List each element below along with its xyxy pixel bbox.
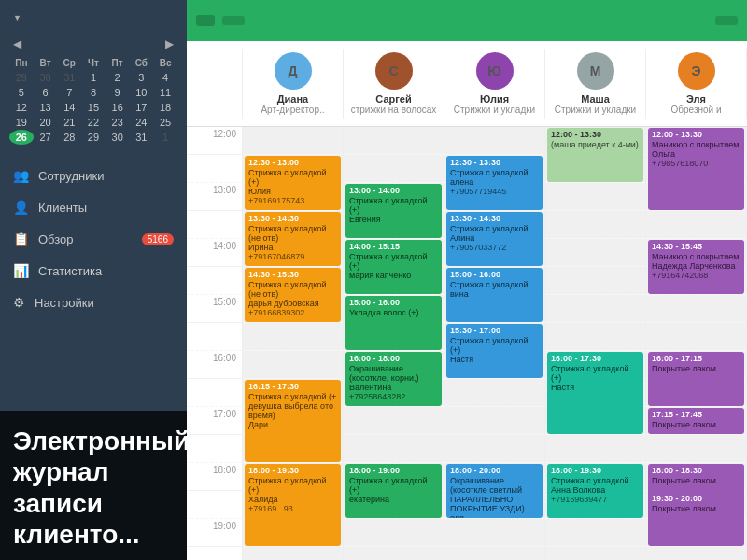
appt-phone: +79169639477 xyxy=(551,495,640,504)
cal-day[interactable]: 31 xyxy=(57,70,81,85)
appointment[interactable]: 13:00 - 14:00Стрижка с укладкой (+)Евген… xyxy=(345,184,442,238)
cal-day[interactable]: 17 xyxy=(130,100,154,115)
appt-service: Стрижка с укладкой (+) xyxy=(450,336,539,355)
time-slot xyxy=(187,435,242,463)
today-button[interactable] xyxy=(222,16,245,25)
overview-icon: 📋 xyxy=(13,231,29,246)
cal-day[interactable]: 5 xyxy=(9,85,34,100)
cal-next[interactable]: ▶ xyxy=(162,37,177,50)
appointment[interactable]: 17:15 - 17:45Покрытие лаком xyxy=(648,408,744,434)
cal-day[interactable]: 30 xyxy=(106,130,130,145)
cal-day[interactable]: 6 xyxy=(34,85,58,100)
appointment[interactable]: 16:00 - 17:30Стрижка с укладкой (+)Настя xyxy=(547,352,643,434)
cal-day[interactable]: 3 xyxy=(130,70,154,85)
appointment[interactable]: 12:30 - 13:30Стрижка с укладкой алена+79… xyxy=(446,156,543,210)
cal-day[interactable]: 8 xyxy=(81,85,106,100)
sidebar-item-staff[interactable]: 👥 Сотрудники xyxy=(0,160,187,191)
stats-icon: 📊 xyxy=(13,263,29,278)
appointment[interactable]: 18:00 - 19:30Стрижка с укладкой Анна Вол… xyxy=(547,464,643,518)
cal-day[interactable]: 19 xyxy=(9,115,34,130)
cal-day[interactable]: 9 xyxy=(106,85,130,100)
cal-day[interactable]: 21 xyxy=(57,115,81,130)
appointment[interactable]: 13:30 - 14:30Стрижка с укладкой (не отв)… xyxy=(245,212,341,266)
cal-day[interactable]: 29 xyxy=(9,70,34,85)
appointment[interactable]: 14:30 - 15:45Маникюр с покрытием Надежда… xyxy=(648,240,744,294)
calendar-body[interactable]: 12:0013:0014:0015:0016:0017:0018:0019:00… xyxy=(187,127,747,560)
cal-day[interactable]: 29 xyxy=(81,130,106,145)
time-slot: 18:00 xyxy=(187,463,242,491)
grid-slot xyxy=(646,323,746,351)
staff-name: Саргей xyxy=(345,93,442,105)
right-btn[interactable] xyxy=(715,16,738,25)
cal-day[interactable]: 23 xyxy=(106,115,130,130)
cal-day[interactable]: 24 xyxy=(130,115,154,130)
sidebar-item-stats[interactable]: 📊 Статистика xyxy=(0,255,187,287)
menu-button[interactable] xyxy=(196,15,215,26)
time-slot: 13:00 xyxy=(187,183,242,211)
appt-service: Покрытие лаком xyxy=(652,364,740,373)
appointment[interactable]: 14:00 - 15:15Стрижка с укладкой (+)мария… xyxy=(345,240,442,294)
appt-client: Юлия xyxy=(248,187,337,196)
cal-day[interactable]: 15 xyxy=(81,100,106,115)
cal-day[interactable]: 18 xyxy=(153,100,177,115)
appointment[interactable]: 18:00 - 19:00Стрижка с укладкой (+)екате… xyxy=(345,464,442,518)
appt-phone: +79057033772 xyxy=(450,243,539,252)
appointment[interactable]: 16:00 - 18:00Окрашивание (косоткле, корн… xyxy=(345,352,442,406)
appointment[interactable]: 18:00 - 19:30Стрижка с укладкой (+)Халид… xyxy=(245,464,341,546)
sidebar: ◀ ▶ ПнВтСрЧтПтСбВс 293031123456789101112… xyxy=(0,0,187,560)
cal-day[interactable]: 12 xyxy=(9,100,34,115)
appointment[interactable]: 12:00 - 13:30(маша приедет к 4-ми) xyxy=(547,128,643,182)
cal-day[interactable]: 16 xyxy=(106,100,130,115)
appointment[interactable]: 15:00 - 16:00Стрижка с укладкойвина xyxy=(446,268,543,322)
overview-badge: 5166 xyxy=(142,233,174,245)
appointment[interactable]: 16:15 - 17:30Стрижка с укладкой (+ девуш… xyxy=(245,380,341,462)
cal-day[interactable]: 1 xyxy=(153,130,177,145)
cal-day[interactable]: 22 xyxy=(81,115,106,130)
cal-day[interactable]: 10 xyxy=(130,85,154,100)
cal-day[interactable]: 30 xyxy=(34,70,58,85)
staff-avatar: Д xyxy=(275,52,312,90)
appointment[interactable]: 19:30 - 20:00Покрытие лаком xyxy=(648,492,744,546)
appointment[interactable]: 15:30 - 17:00Стрижка с укладкой (+)Настя xyxy=(446,324,543,378)
cal-day[interactable]: 26 xyxy=(9,130,34,145)
grid-slot xyxy=(545,211,645,239)
cal-day[interactable]: 7 xyxy=(57,85,81,100)
staff-icon: 👥 xyxy=(13,168,29,183)
cal-day[interactable]: 4 xyxy=(153,70,177,85)
cal-day[interactable]: 28 xyxy=(57,130,81,145)
sidebar-item-settings-label: Настройки xyxy=(35,296,94,310)
grid-col: 12:00 - 13:30Маникюр с покрытием Ольга+7… xyxy=(646,127,747,560)
cal-day[interactable]: 11 xyxy=(153,85,177,100)
appt-service: Маникюр с покрытием Ольга xyxy=(652,140,740,159)
appointment[interactable]: 16:00 - 17:15Покрытие лаком xyxy=(648,352,744,406)
appointment[interactable]: 15:00 - 16:00Укладка волос (+) xyxy=(345,296,442,350)
cal-prev[interactable]: ◀ xyxy=(9,37,25,50)
appointment[interactable]: 12:00 - 13:30Маникюр с покрытием Ольга+7… xyxy=(648,128,744,210)
next-day-button[interactable] xyxy=(271,17,282,24)
appt-phone: +79857618070 xyxy=(652,159,740,168)
staff-role: Стрижки и укладки xyxy=(547,105,643,115)
cal-day[interactable]: 20 xyxy=(34,115,58,130)
cal-day[interactable]: 1 xyxy=(81,70,106,85)
sidebar-item-overview[interactable]: 📋 Обзор 5166 xyxy=(0,223,187,255)
cal-day[interactable]: 31 xyxy=(130,130,154,145)
cal-day[interactable]: 27 xyxy=(34,130,58,145)
grid-slot xyxy=(344,127,444,155)
cal-day[interactable]: 13 xyxy=(34,100,58,115)
staff-role: Арт-директор.. xyxy=(245,105,341,115)
appointment[interactable]: 12:30 - 13:00Стрижка с укладкой (+)Юлия+… xyxy=(245,156,341,210)
prev-day-button[interactable] xyxy=(252,17,263,24)
cal-day[interactable]: 25 xyxy=(153,115,177,130)
change-button[interactable] xyxy=(13,11,174,22)
cal-day[interactable]: 2 xyxy=(106,70,130,85)
sidebar-item-settings[interactable]: ⚙ Настройки xyxy=(0,287,187,318)
appointment[interactable]: 18:00 - 20:00Окрашивание (косоткле светл… xyxy=(446,464,543,518)
appointment[interactable]: 13:30 - 14:30Стрижка с укладкой Алина+79… xyxy=(446,212,543,266)
appt-phone: +79057719445 xyxy=(450,187,539,196)
cal-day[interactable]: 14 xyxy=(57,100,81,115)
appointment[interactable]: 14:30 - 15:30Стрижка с укладкой (не отв)… xyxy=(245,268,341,322)
appt-title: 13:30 - 14:30 xyxy=(450,214,539,224)
grid-slot xyxy=(444,435,544,463)
sidebar-item-clients[interactable]: 👤 Клиенты xyxy=(0,191,187,223)
appt-client: Настя xyxy=(551,383,640,392)
